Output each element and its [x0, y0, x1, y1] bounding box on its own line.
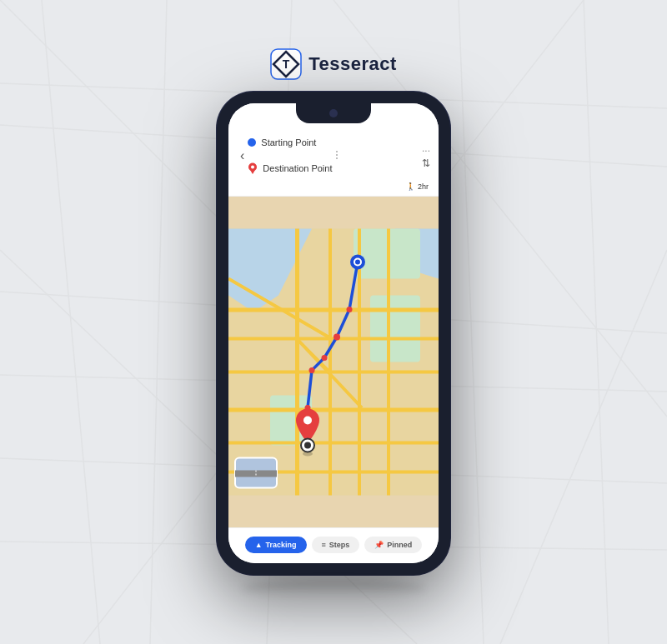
route-inputs: Starting Point Destinat	[248, 135, 422, 177]
svg-rect-32	[295, 228, 299, 495]
phone-notch	[296, 103, 371, 123]
route-divider	[252, 150, 422, 160]
app-name: Tesseract	[308, 53, 397, 75]
pinned-label: Pinned	[387, 541, 412, 549]
svg-point-47	[304, 442, 311, 448]
walk-time-label: 🚶 2hr	[237, 181, 430, 191]
svg-rect-29	[228, 407, 439, 412]
svg-point-43	[347, 307, 353, 312]
tracking-label: Tracking	[266, 541, 297, 549]
svg-line-0	[42, 0, 100, 644]
start-dot-icon	[248, 138, 256, 147]
map-area[interactable]	[228, 197, 439, 527]
svg-rect-30	[228, 441, 439, 444]
svg-text:T: T	[283, 57, 290, 71]
destination-pin-icon	[248, 162, 258, 175]
svg-point-20	[251, 165, 254, 168]
starting-point-row: Starting Point	[248, 135, 422, 150]
bottom-tabs: ▲ Tracking ≡ Steps 📌 Pinned	[228, 527, 439, 563]
svg-rect-26	[228, 307, 439, 312]
phone-frame: ‹ Starting Point	[217, 92, 450, 575]
phone-camera	[329, 109, 338, 117]
svg-point-39	[334, 333, 340, 340]
swap-route-button[interactable]: ⇅	[422, 157, 430, 169]
steps-label: Steps	[329, 541, 350, 549]
starting-point-input[interactable]: Starting Point	[261, 137, 422, 147]
steps-icon: ≡	[322, 541, 326, 549]
phone-screen: ‹ Starting Point	[228, 103, 439, 563]
tesseract-logo-icon: T	[270, 48, 302, 80]
svg-point-50	[355, 259, 360, 264]
tracking-icon: ▲	[255, 541, 263, 549]
svg-point-45	[303, 416, 312, 424]
svg-rect-24	[370, 295, 420, 362]
pinned-tab[interactable]: 📌 Pinned	[364, 537, 422, 553]
pin-icon: 📌	[374, 541, 384, 549]
steps-tab[interactable]: ≡ Steps	[312, 537, 360, 553]
map-svg	[228, 197, 439, 527]
svg-rect-33	[328, 228, 332, 495]
destination-point-row: Destination Point	[248, 160, 422, 177]
destination-point-input[interactable]: Destination Point	[263, 163, 422, 173]
phone-reflection	[242, 580, 425, 597]
tracking-tab[interactable]: ▲ Tracking	[245, 537, 307, 553]
svg-rect-28	[228, 370, 439, 373]
svg-line-7	[584, 0, 609, 644]
svg-rect-35	[387, 228, 390, 495]
logo-area: T Tesseract	[270, 48, 397, 80]
svg-point-40	[322, 355, 328, 361]
more-options-button[interactable]: ...	[422, 142, 430, 154]
svg-point-41	[309, 367, 315, 373]
svg-marker-21	[250, 170, 255, 174]
svg-line-15	[500, 250, 667, 644]
back-button[interactable]: ‹	[237, 147, 248, 165]
